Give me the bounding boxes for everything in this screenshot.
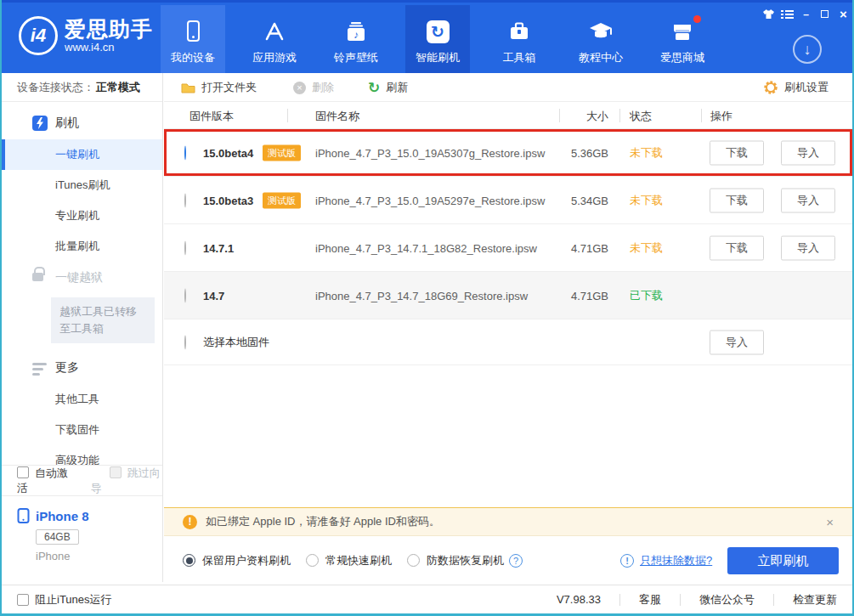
open-folder-button[interactable]: 打开文件夹 — [181, 73, 257, 102]
row-radio[interactable] — [184, 145, 186, 160]
firmware-version: 14.7.1 — [203, 241, 234, 254]
sidebar-group-label: 刷机 — [55, 116, 79, 131]
sidebar-item-other-tools[interactable]: 其他工具 — [2, 384, 162, 415]
table-row[interactable]: 14.7 iPhone_4.7_P3_14.7_18G69_Restore.ip… — [164, 272, 852, 319]
delete-circle-icon: × — [293, 82, 306, 94]
firmware-size: 5.36GB — [546, 146, 608, 159]
nav-store[interactable]: 爱思商城 — [650, 5, 715, 73]
nav-my-device[interactable]: 我的设备 — [161, 5, 225, 73]
import-button[interactable]: 导入 — [781, 188, 835, 212]
nav-app-games[interactable]: 应用游戏 — [242, 5, 307, 73]
radio-normal-fast-flash[interactable]: 常规快速刷机 — [306, 553, 392, 568]
table-row[interactable]: 15.0beta3 测试版 iPhone_4.7_P3_15.0_19A5297… — [164, 177, 852, 224]
lock-icon — [32, 270, 48, 285]
import-button[interactable]: 导入 — [781, 140, 835, 165]
help-icon[interactable]: ? — [509, 554, 523, 568]
nav-tutorials[interactable]: 教程中心 — [568, 5, 633, 73]
checkbox-icon — [17, 594, 29, 606]
sidebar-group-flash[interactable]: 刷机 — [2, 107, 162, 139]
nav-ringtones[interactable]: ♪ 铃声壁纸 — [324, 5, 388, 73]
sidebar-item-download-firmware[interactable]: 下载固件 — [2, 415, 162, 445]
sidebar-group-jailbreak: 一键越狱 — [2, 262, 162, 294]
firmware-size: 4.71GB — [546, 289, 608, 302]
skip-setup-checkbox: 跳过向导 — [91, 466, 162, 496]
shirt-icon — [762, 8, 775, 20]
row-radio[interactable] — [184, 193, 186, 207]
col-size: 大小 — [546, 109, 608, 124]
close-button[interactable]: × — [835, 7, 851, 21]
table-row[interactable]: 15.0beta4 测试版 iPhone_4.7_P3_15.0_19A5307… — [164, 129, 852, 177]
col-firmware-version: 固件版本 — [189, 109, 234, 124]
smart-flash-icon: ↻ — [405, 18, 470, 45]
flash-now-button[interactable]: 立即刷机 — [727, 547, 839, 574]
block-itunes-label: 阻止iTunes运行 — [35, 592, 112, 608]
row-radio[interactable] — [184, 288, 186, 302]
connection-label: 设备连接状态： — [17, 80, 94, 95]
nav-label: 铃声壁纸 — [324, 50, 388, 65]
more-lines-icon — [32, 360, 48, 376]
firmware-size: 5.34GB — [546, 194, 608, 206]
nav-toolbox[interactable]: 工具箱 — [487, 5, 551, 73]
customer-service-link[interactable]: 客服 — [639, 592, 661, 608]
flash-settings-button[interactable]: 刷机设置 — [763, 73, 829, 102]
theme-button[interactable] — [761, 7, 777, 21]
flash-settings-label: 刷机设置 — [784, 80, 829, 95]
sidebar-item-pro-flash[interactable]: 专业刷机 — [2, 201, 162, 231]
store-notification-dot — [693, 15, 701, 23]
device-panel[interactable]: iPhone 8 64GB iPhone — [2, 495, 162, 582]
table-row[interactable]: 14.7.1 iPhone_4.7_P3_14.7.1_18G82_Restor… — [164, 224, 852, 272]
notice-text: 如已绑定 Apple ID，请准备好 Apple ID和密码。 — [206, 514, 440, 529]
sidebar-item-one-key-flash[interactable]: 一键刷机 — [2, 139, 162, 170]
maximize-button[interactable] — [817, 7, 833, 21]
store-icon — [650, 18, 715, 45]
app-title: 爱思助手 — [65, 18, 153, 40]
nav-label: 教程中心 — [568, 50, 633, 65]
radio-icon — [306, 554, 319, 567]
wechat-official-link[interactable]: 微信公众号 — [699, 592, 755, 608]
nav-smart-flash[interactable]: ↻ 智能刷机 — [405, 5, 470, 73]
sidebar-checkboxes: 自动激活 跳过向导 — [2, 465, 162, 495]
download-button[interactable]: 下载 — [710, 188, 764, 212]
sidebar-item-label: iTunes刷机 — [55, 178, 110, 193]
refresh-button[interactable]: ↻ 刷新 — [368, 73, 408, 102]
radio-label: 防数据恢复刷机 — [427, 553, 504, 568]
download-button[interactable]: 下载 — [710, 140, 764, 165]
col-firmware-name: 固件名称 — [315, 109, 359, 124]
download-button[interactable]: 下载 — [710, 235, 764, 260]
checkbox-icon — [17, 466, 29, 478]
apple-id-notice: ! 如已绑定 Apple ID，请准备好 Apple ID和密码。 × — [164, 507, 852, 536]
download-manager-button[interactable]: ↓ — [793, 35, 822, 64]
folder-icon — [181, 82, 195, 93]
row-radio[interactable] — [184, 335, 186, 349]
minimize-button[interactable]: – — [798, 7, 814, 21]
sidebar-group-label: 一键越狱 — [55, 270, 103, 285]
sidebar-item-batch-flash[interactable]: 批量刷机 — [2, 231, 162, 262]
sidebar-item-label: 其他工具 — [55, 392, 99, 407]
list-icon — [781, 9, 794, 20]
import-button[interactable]: 导入 — [710, 330, 764, 354]
i4tools-window: i4 爱思助手 www.i4.cn 我的设备 应用游戏 — [0, 0, 854, 616]
check-update-link[interactable]: 检查更新 — [793, 592, 837, 608]
ringtone-icon: ♪ — [324, 18, 388, 45]
menu-button[interactable] — [779, 7, 795, 21]
minimize-icon: – — [803, 8, 809, 20]
device-name: iPhone 8 — [36, 509, 89, 523]
erase-link-text[interactable]: 只想抹除数据? — [640, 553, 712, 568]
skip-setup-label: 跳过向导 — [91, 466, 161, 494]
radio-keep-user-data[interactable]: 保留用户资料刷机 — [183, 553, 291, 568]
sidebar-group-more[interactable]: 更多 — [2, 352, 162, 384]
block-itunes-checkbox[interactable]: 阻止iTunes运行 — [17, 592, 112, 608]
sidebar-item-itunes-flash[interactable]: iTunes刷机 — [2, 170, 162, 201]
col-actions: 操作 — [710, 109, 732, 124]
row-radio[interactable] — [184, 240, 186, 255]
device-capacity-badge: 64GB — [36, 529, 79, 545]
notice-close-icon[interactable]: × — [826, 515, 834, 529]
table-row[interactable]: 选择本地固件 导入 — [164, 319, 852, 365]
radio-anti-data-recovery[interactable]: 防数据恢复刷机 ? — [407, 553, 523, 568]
import-button[interactable]: 导入 — [781, 235, 835, 260]
maximize-icon — [821, 10, 829, 18]
device-model: iPhone — [36, 550, 162, 562]
auto-activate-checkbox[interactable]: 自动激活 — [17, 466, 72, 496]
radio-icon — [183, 554, 195, 567]
erase-data-link[interactable]: ! 只想抹除数据? — [620, 553, 712, 568]
